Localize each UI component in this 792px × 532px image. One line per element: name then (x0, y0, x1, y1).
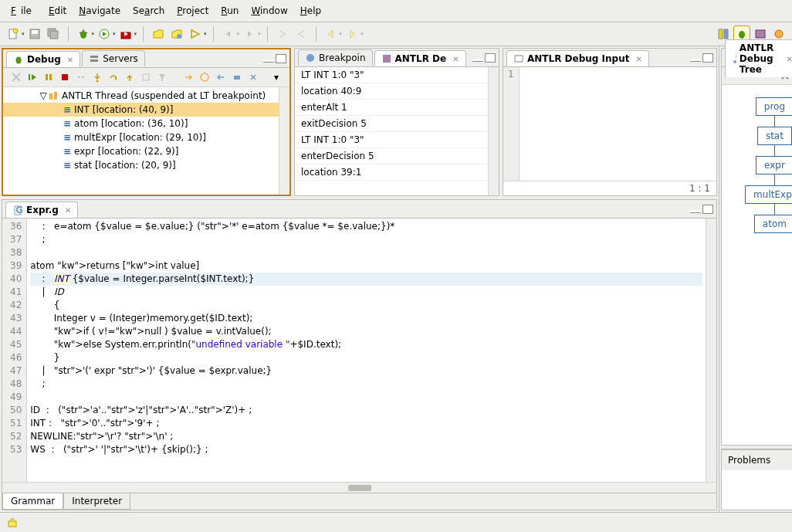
antlr-icon (381, 53, 392, 64)
thread-row[interactable]: ▽ANTLR Thread (suspended at LT breakpoin… (3, 89, 279, 103)
servers-icon (89, 53, 100, 64)
tab-editor-file[interactable]: G Expr.g ✕ (5, 202, 78, 218)
menu-file[interactable]: File (6, 3, 41, 19)
event-row[interactable]: exitDecision 5 (295, 116, 488, 132)
scrollbar[interactable] (279, 87, 289, 195)
problems-list[interactable] (722, 470, 792, 510)
menu-project[interactable]: Project (172, 3, 213, 19)
close-icon[interactable]: ✕ (65, 206, 71, 215)
new-button[interactable] (5, 25, 22, 42)
debug-input-panel: ANTLR Debug Input ✕ 1 1 : 1 (503, 48, 717, 196)
stack-frame-row[interactable]: ≡multExpr [location: (29, 10)] (3, 130, 279, 144)
maximize-icon[interactable] (485, 53, 496, 63)
event-row[interactable]: location 39:1 (295, 164, 488, 181)
maximize-icon[interactable] (276, 54, 286, 63)
open-folder-button[interactable] (150, 25, 167, 42)
breakpoint-icon (305, 53, 316, 63)
svg-rect-50 (8, 521, 16, 527)
tab-servers[interactable]: Servers (82, 50, 145, 66)
open-type-button[interactable] (168, 25, 185, 42)
tree-node[interactable]: multExpr (745, 185, 792, 204)
minimize-icon[interactable] (263, 59, 274, 63)
debug-button[interactable] (75, 25, 92, 42)
svg-rect-32 (143, 74, 149, 80)
input-text-area[interactable] (520, 67, 716, 181)
stack-frame-row[interactable]: ≡expr [location: (22, 9)] (3, 144, 279, 158)
tree-node[interactable]: expr (756, 156, 792, 175)
tab-breakpoints[interactable]: Breakpoin (298, 49, 373, 66)
parse-tree-diagram[interactable]: progstatexprmultExpratom (722, 85, 792, 445)
editor-code[interactable]: : e=atom {$value = $e.value;} ("str">'*'… (27, 219, 706, 482)
stack-frame-row[interactable]: ≡stat [location: (20, 9)] (3, 158, 279, 172)
event-row[interactable]: LT INT 1:0 "3" (295, 67, 488, 83)
code-editor[interactable]: 363738394041424344454647484950515253 : e… (2, 219, 716, 482)
debug-action-2-icon[interactable] (198, 70, 212, 84)
nav-back-button[interactable] (220, 25, 237, 42)
menu-edit[interactable]: Edit (44, 3, 71, 19)
close-icon[interactable]: ✕ (452, 55, 459, 63)
disconnect-icon[interactable] (74, 70, 88, 84)
scrollbar[interactable] (706, 219, 716, 482)
remove-terminated-icon[interactable] (9, 70, 23, 84)
maximize-icon[interactable] (702, 53, 713, 63)
stack-frame-row[interactable]: ≡atom [location: (36, 10)] (3, 117, 279, 130)
close-icon[interactable]: ✕ (635, 55, 641, 63)
external-tools-button[interactable] (117, 25, 134, 42)
close-icon[interactable]: ✕ (786, 55, 792, 63)
horiz-scrollbar[interactable] (2, 482, 716, 493)
tab-debug-tree[interactable]: ANTLR Debug Tree ✕ (725, 39, 792, 77)
resume-icon[interactable] (25, 70, 39, 84)
event-row[interactable]: enterAlt 1 (295, 100, 488, 116)
suspend-icon[interactable] (42, 70, 56, 84)
debug-action-5-icon[interactable] (246, 70, 260, 84)
event-row[interactable]: location 40:9 (295, 83, 488, 100)
step-into-icon[interactable] (90, 70, 104, 84)
tab-debug[interactable]: Debug ✕ (6, 51, 80, 67)
svg-rect-5 (50, 31, 58, 39)
svg-point-14 (177, 34, 181, 39)
status-icon[interactable] (6, 517, 19, 529)
run-button[interactable] (96, 25, 113, 42)
debug-action-4-icon[interactable] (230, 70, 244, 84)
menu-navigate[interactable]: Navigate (74, 3, 125, 19)
tab-debug-input[interactable]: ANTLR Debug Input ✕ (506, 50, 649, 66)
step-filters-icon[interactable] (155, 70, 169, 84)
problems-panel: Problems (721, 449, 792, 510)
step-button-2[interactable] (293, 25, 310, 42)
nav-prev-button[interactable] (323, 25, 340, 42)
tree-node[interactable]: prog (756, 97, 792, 116)
debug-stack-tree[interactable]: ▽ANTLR Thread (suspended at LT breakpoin… (3, 87, 279, 195)
tree-node[interactable]: atom (754, 215, 792, 233)
menu-window[interactable]: Window (246, 3, 292, 19)
tree-node[interactable]: stat (757, 127, 792, 145)
tab-interpreter[interactable]: Interpreter (63, 493, 130, 510)
maximize-icon[interactable] (702, 205, 713, 214)
step-return-icon[interactable] (123, 70, 137, 84)
debug-action-3-icon[interactable] (214, 70, 228, 84)
nav-next-button[interactable] (344, 25, 360, 42)
antlr-event-list[interactable]: LT INT 1:0 "3"location 40:9enterAlt 1exi… (295, 67, 488, 195)
drop-frame-icon[interactable] (139, 70, 153, 84)
menu-help[interactable]: Help (296, 3, 326, 19)
event-row[interactable]: enterDecision 5 (295, 148, 488, 164)
minimize-icon[interactable] (690, 210, 701, 213)
stack-frame-row[interactable]: ≡INT [location: (40, 9)] (3, 103, 279, 117)
tab-grammar[interactable]: Grammar (2, 493, 63, 510)
close-icon[interactable]: ✕ (67, 56, 73, 64)
view-menu-icon[interactable]: ▾ (269, 70, 283, 84)
debug-action-1-icon[interactable] (181, 70, 195, 84)
search-button[interactable] (187, 25, 204, 42)
scrollbar[interactable] (488, 67, 499, 195)
event-row[interactable]: LT INT 1:0 "3" (295, 132, 488, 148)
step-button-1[interactable] (274, 25, 291, 42)
save-button[interactable] (26, 25, 43, 42)
terminate-icon[interactable] (58, 70, 72, 84)
menu-run[interactable]: Run (216, 3, 243, 19)
minimize-icon[interactable] (690, 59, 701, 62)
nav-fwd-button[interactable] (241, 25, 258, 42)
minimize-icon[interactable] (472, 59, 483, 62)
step-over-icon[interactable] (107, 70, 120, 84)
menu-search[interactable]: Search (128, 3, 169, 19)
tab-antlr-debug[interactable]: ANTLR De ✕ (374, 50, 466, 66)
save-all-button[interactable] (45, 25, 62, 42)
